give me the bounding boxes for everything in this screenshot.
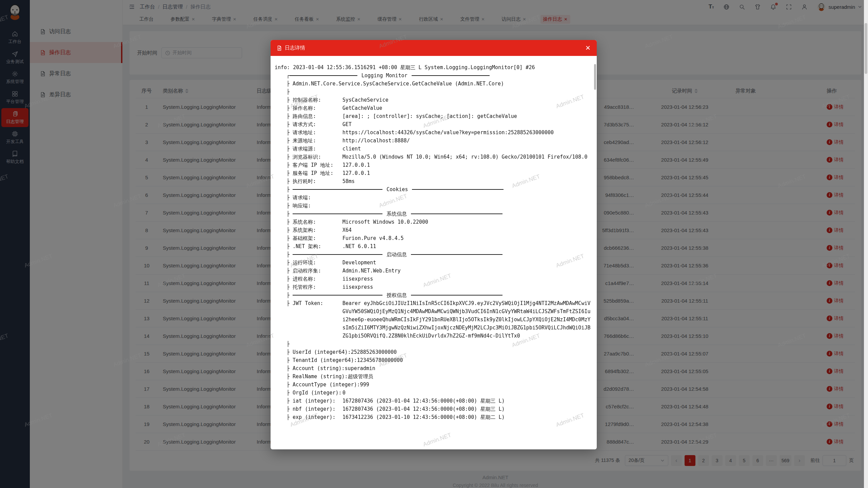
log-kv-line: ├ 运行环境:Development <box>275 259 593 267</box>
log-value: GetCacheValue <box>342 104 593 112</box>
log-section-separator: ├ 启动信息 <box>275 250 593 259</box>
log-label: ├ OrgId (integer): <box>275 389 342 397</box>
log-kv-line: ├ 路由信息:[area]: ; [controller]: sysCache;… <box>275 112 593 120</box>
log-label: ├ 请求端源: <box>275 145 342 153</box>
separator-title: Logging Monitor <box>357 72 411 80</box>
log-value: 127.0.0.1 <box>342 161 593 169</box>
log-kv-line: ├ 托管程序:iisexpress <box>275 283 593 291</box>
log-kv-line: ├ 请求方式:GET <box>275 120 593 128</box>
close-icon[interactable]: ✕ <box>585 45 591 51</box>
log-value: [area]: ; [controller]: sysCache; [actio… <box>342 112 593 120</box>
log-label: ├ 基础框架: <box>275 234 342 242</box>
log-value: GET <box>342 120 593 128</box>
log-value: 超级管理员 <box>348 372 593 381</box>
log-label: ├ JWT Token: <box>275 299 342 340</box>
log-kv-line: ├ 来源地址:http://localhost:8888/ <box>275 137 593 145</box>
log-value: 1672807436 (2023-01-04 12:43:56:0000(+08… <box>342 397 593 405</box>
separator-line <box>411 214 502 214</box>
separator-title: 启动信息 <box>382 250 411 259</box>
log-label: ├ 服务端 IP 地址: <box>275 169 342 177</box>
log-detail-modal: 日志详情 ✕ info: 2023-01-04 12:55:36.1516291… <box>271 40 597 449</box>
modal-body: info: 2023-01-04 12:55:36.1516291 +08:00… <box>271 56 597 449</box>
log-value: Bearer eyJhbGciOiJIUzI1NiIsInR5cCI6IkpXV… <box>342 299 593 340</box>
separator-line <box>293 214 382 214</box>
log-kv-line: ├ 系统名称:Microsoft Windows 10.0.22000 <box>275 218 593 226</box>
log-line: ├ <box>275 88 593 96</box>
log-tee: ┌ <box>287 72 290 80</box>
log-kv-line: ├ Account (string):superadmin <box>275 364 593 372</box>
log-value: Development <box>342 259 593 267</box>
log-label: ├ exp (integer): <box>275 413 342 421</box>
log-value: 58ms <box>342 177 593 185</box>
log-label: ├ RealName (string): <box>275 372 348 381</box>
separator-line <box>411 254 502 255</box>
log-value: https://localhost:44326/sysCache/value?k… <box>342 128 593 137</box>
log-label: ├ 启动程序集: <box>275 267 342 275</box>
log-value: iisexpress <box>342 275 593 283</box>
log-kv-line: ├ exp (integer):1673412236 (2023-01-10 1… <box>275 413 593 421</box>
log-label: ├ 响应端: <box>275 202 342 210</box>
log-label: ├ 请求端: <box>275 194 342 202</box>
log-label: ├ 运行环境: <box>275 259 342 267</box>
log-label: ├ 控制器名称: <box>275 96 342 104</box>
log-label: ├ TenantId (integer64): <box>275 356 357 364</box>
log-section-separator: ├ Cookies <box>275 185 593 194</box>
separator-line <box>412 75 490 76</box>
log-line: ├ Admin.NET.Core.Service.SysCacheService… <box>275 80 593 88</box>
log-value: 0 <box>342 389 593 397</box>
log-label: ├ 浏览器标识: <box>275 153 342 161</box>
modal-title: 日志详情 <box>285 45 305 51</box>
log-kv-line: ├ TenantId (integer64):123456780000000 <box>275 356 593 364</box>
log-value: 1673412236 (2023-01-10 12:43:56:0000(+08… <box>342 413 593 421</box>
log-label: ├ Account (string): <box>275 364 345 372</box>
modal-header: 日志详情 ✕ <box>271 40 597 56</box>
log-label: ├ nbf (integer): <box>275 405 342 413</box>
log-value: superadmin <box>345 364 593 372</box>
log-label: ├ 客户端 IP 地址: <box>275 161 342 169</box>
log-label: ├ .NET 架构: <box>275 242 342 250</box>
log-value: 999 <box>360 381 593 389</box>
separator-line <box>290 75 357 76</box>
separator-line <box>293 295 382 296</box>
log-label: ├ 执行耗时: <box>275 177 342 185</box>
separator-line <box>412 189 504 190</box>
log-value <box>342 194 593 202</box>
log-kv-line: ├ AccountType (integer):999 <box>275 381 593 389</box>
log-label: ├ 进程名称: <box>275 275 342 283</box>
log-kv-line: ├ 基础框架:Furion.Pure v4.8.4.5 <box>275 234 593 242</box>
log-kv-line: ├ 请求端: <box>275 194 593 202</box>
log-value: SysCacheService <box>342 96 593 104</box>
log-label: ├ 托管程序: <box>275 283 342 291</box>
log-value: .NET 6.0.11 <box>342 242 593 250</box>
modal-scrollbar-thumb[interactable] <box>594 64 596 90</box>
log-line: ├ <box>275 340 593 348</box>
page-scrollbar[interactable] <box>864 0 868 488</box>
log-kv-line: ├ nbf (integer):1672807436 (2023-01-04 1… <box>275 405 593 413</box>
log-label: ├ 系统架构: <box>275 226 342 234</box>
separator-title: 系统信息 <box>382 210 411 218</box>
page-scrollbar-thumb[interactable] <box>865 23 867 74</box>
log-value: 1672807436 (2023-01-04 12:43:56:0000(+08… <box>342 405 593 413</box>
separator-line <box>293 189 382 190</box>
separator-line <box>293 254 382 255</box>
log-tee: ├ <box>287 210 293 218</box>
log-kv-line: ├ 响应端: <box>275 202 593 210</box>
log-section-separator: ├ 授权信息 <box>275 291 593 299</box>
log-kv-line: ├ 操作名称:GetCacheValue <box>275 104 593 112</box>
log-label: ├ 路由信息: <box>275 112 342 120</box>
log-label: ├ AccountType (integer): <box>275 381 360 389</box>
separator-line <box>411 295 502 296</box>
log-label: ├ 请求地址: <box>275 128 342 137</box>
log-kv-line: ├ OrgId (integer):0 <box>275 389 593 397</box>
log-value: 123456780000000 <box>357 356 593 364</box>
log-kv-line: ├ 进程名称:iisexpress <box>275 275 593 283</box>
log-kv-line: ├ .NET 架构:.NET 6.0.11 <box>275 242 593 250</box>
log-kv-line: ├ 服务端 IP 地址:127.0.0.1 <box>275 169 593 177</box>
log-value: http://localhost:8888/ <box>342 137 593 145</box>
log-kv-line: ├ 控制器名称:SysCacheService <box>275 96 593 104</box>
log-value: client <box>342 145 593 153</box>
log-label: ├ 来源地址: <box>275 137 342 145</box>
log-label: ├ 操作名称: <box>275 104 342 112</box>
log-value: Mozilla/5.0 (Windows NT 10.0; Win64; x64… <box>342 153 593 161</box>
document-icon <box>277 45 282 51</box>
